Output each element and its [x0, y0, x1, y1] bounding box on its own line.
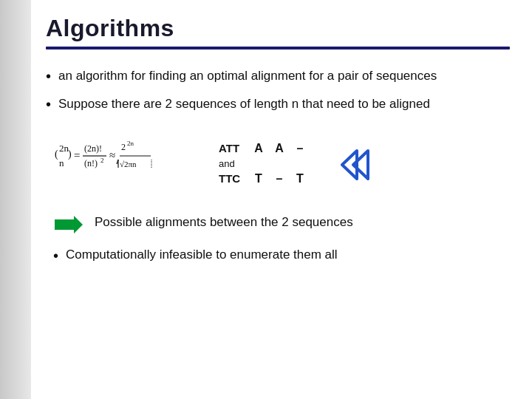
bottom-bullet-text-2: Computationally infeasible to enumerate … [66, 248, 338, 262]
bottom-bullet-2: • Computationally infeasible to enumerat… [53, 248, 510, 265]
bullet-item-2: • Suppose there are 2 sequences of lengt… [46, 95, 510, 115]
bullet-dot-1: • [46, 66, 51, 86]
bottom-bullet-text-1: Possible alignments between the 2 sequen… [95, 215, 353, 230]
bottom-dot-2: • [53, 248, 58, 265]
slide-title: Algorithms [46, 15, 510, 42]
align-cell-r3c1: T [248, 172, 269, 185]
svg-text:(n!): (n!) [84, 158, 98, 168]
svg-text:): ) [68, 149, 72, 160]
bullet-text-1: an algorithm for finding an optimal alig… [58, 67, 437, 85]
svg-text:n: n [59, 157, 64, 168]
align-label-att: ATT [219, 142, 248, 154]
bottom-bullet-1: Possible alignments between the 2 sequen… [53, 215, 510, 237]
bottom-section: Possible alignments between the 2 sequen… [53, 215, 510, 265]
svg-text:√2πn: √2πn [120, 160, 137, 168]
bullet-dot-2: • [46, 94, 51, 115]
align-cell-r3c3: T [290, 172, 310, 185]
svg-text:2: 2 [121, 142, 126, 152]
bullet-item-1: • an algorithm for finding an optimal al… [46, 67, 510, 86]
align-cell-r1c3: – [290, 142, 310, 155]
svg-text:≈: ≈ [109, 149, 115, 161]
svg-text:(: ( [55, 149, 58, 160]
formula-section: ( 2n n ) = (2n)! (n!) 2 ≈ 2 2n √2πn [53, 135, 510, 194]
align-cell-r3c2: – [269, 172, 290, 185]
math-formula: ( 2n n ) = (2n)! (n!) 2 ≈ 2 2n √2πn [53, 135, 201, 194]
title-divider [46, 47, 510, 50]
svg-text:2: 2 [100, 157, 104, 164]
alignment-row-1: ATT A A – [219, 142, 310, 155]
slide: Algorithms • an algorithm for finding an… [0, 0, 532, 399]
double-left-arrow-icon [331, 145, 375, 185]
double-arrow [331, 145, 375, 185]
alignment-row-3: TTC T – T [219, 172, 310, 185]
align-label-ttc: TTC [219, 172, 248, 185]
main-content: Algorithms • an algorithm for finding an… [31, 0, 532, 399]
bullets-section: • an algorithm for finding an optimal al… [46, 67, 510, 115]
svg-text:(2n)!: (2n)! [84, 143, 102, 154]
align-cell-r1c1: A [248, 142, 269, 155]
align-cell-r1c2: A [269, 142, 290, 155]
bullet-text-2: Suppose there are 2 sequences of length … [58, 95, 430, 113]
svg-marker-19 [55, 216, 83, 233]
green-arrow-icon [53, 216, 84, 237]
align-label-and: and [219, 158, 248, 169]
alignment-row-2: and [219, 158, 310, 169]
svg-text:=: = [74, 149, 80, 161]
alignment-block: ATT A A – and TTC T – T [219, 142, 310, 188]
left-bar [0, 0, 31, 399]
svg-text:2n: 2n [127, 140, 134, 147]
